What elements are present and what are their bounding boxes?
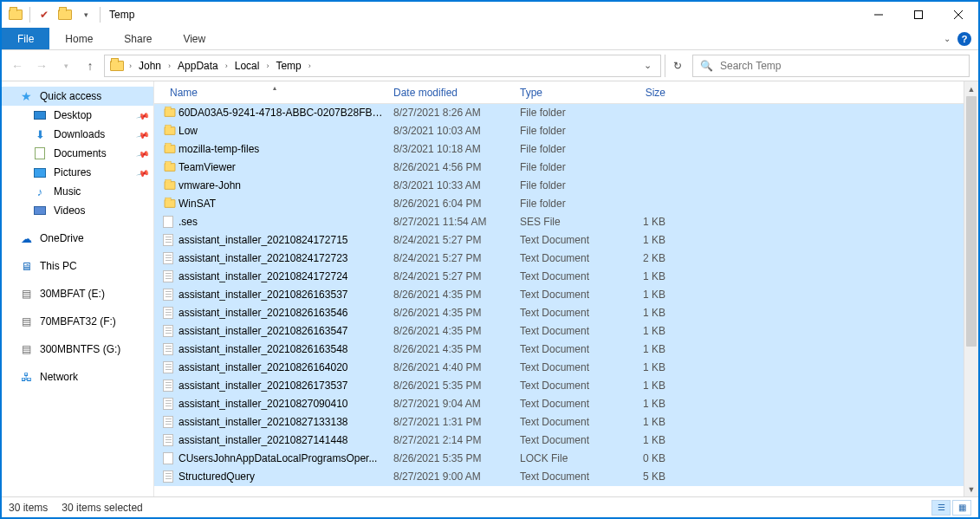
nav-drive-g[interactable]: ▤ 300MBNTFS (G:) [2,340,153,359]
details-view-button[interactable]: ☰ [931,500,951,516]
crumb-sep-icon[interactable]: › [127,62,133,70]
refresh-button[interactable]: ↻ [665,55,689,77]
folder-icon [163,198,178,209]
qat-properties-icon[interactable]: ✔ [36,6,53,23]
file-row[interactable]: assistant_installer_202108261635378/26/2… [154,286,964,304]
file-row[interactable]: assistant_installer_202108261735378/26/2… [154,377,964,395]
maximize-button[interactable] [899,2,938,28]
forward-button[interactable]: → [31,55,52,76]
title-bar: ✔ ▾ Temp [2,2,978,28]
scroll-up-icon[interactable]: ▲ [964,81,978,96]
vertical-scrollbar[interactable]: ▲ ▼ [964,81,978,496]
nav-documents[interactable]: Documents 📌 [2,144,153,163]
nav-this-pc[interactable]: 🖥 This PC [2,256,153,276]
nav-network[interactable]: 🖧 Network [2,367,153,386]
file-size: 1 KB [619,361,672,373]
scroll-track[interactable] [964,96,978,482]
file-row[interactable]: vmware-John8/3/2021 10:33 AMFile folder [154,177,964,195]
address-bar[interactable]: › John › AppData › Local › Temp › ⌄ [104,55,661,77]
crumb-john[interactable]: John [133,55,166,76]
nav-desktop[interactable]: Desktop 📌 [2,106,153,125]
nav-quick-access[interactable]: ★ Quick access [2,87,153,106]
nav-videos[interactable]: Videos [2,201,153,220]
text-file-icon [163,289,178,301]
file-date: 8/26/2021 5:35 PM [386,452,513,464]
column-size[interactable]: Size [619,87,672,99]
file-row[interactable]: assistant_installer_202108271414488/27/2… [154,431,964,450]
file-date: 8/26/2021 4:35 PM [386,289,513,301]
expand-ribbon-icon[interactable]: ⌄ [944,34,951,43]
nav-downloads[interactable]: ⬇ Downloads 📌 [2,125,153,144]
minimize-button[interactable] [859,2,899,28]
file-row[interactable]: TeamViewer8/26/2021 4:56 PMFile folder [154,159,964,177]
file-row[interactable]: StructuredQuery8/27/2021 9:00 AMText Doc… [154,468,964,486]
share-tab[interactable]: Share [108,28,167,49]
file-name: assistant_installer_20210824172723 [178,252,386,264]
large-icons-view-button[interactable]: ▦ [952,500,971,516]
file-row[interactable]: assistant_installer_202108261635488/26/2… [154,341,964,359]
file-row[interactable]: 60DA03A5-9241-4718-ABBC-0207B28FBF568/27… [154,104,964,122]
recent-locations-button[interactable]: ▾ [55,55,76,76]
help-icon[interactable]: ? [957,32,971,46]
file-type: File folder [513,198,619,210]
file-list[interactable]: 60DA03A5-9241-4718-ABBC-0207B28FBF568/27… [154,104,964,496]
file-type: Text Document [513,307,619,319]
column-date[interactable]: Date modified [386,87,513,99]
file-size: 1 KB [619,416,672,428]
file-name: assistant_installer_20210827133138 [178,416,386,428]
qat-dropdown-icon[interactable]: ▾ [77,6,94,23]
nav-music[interactable]: ♪ Music [2,182,153,201]
file-name: assistant_installer_20210826163548 [178,343,386,355]
file-name: assistant_installer_20210824172724 [178,270,386,282]
file-row[interactable]: assistant_installer_202108241727158/24/2… [154,231,964,250]
crumb-local[interactable]: Local [230,55,265,76]
file-type: LOCK File [513,452,619,464]
home-tab[interactable]: Home [49,28,108,49]
file-row[interactable]: assistant_installer_202108271331388/27/2… [154,413,964,431]
file-row[interactable]: WinSAT8/26/2021 6:04 PMFile folder [154,195,964,213]
sort-asc-icon: ▴ [273,84,276,92]
nav-label: 30MBFAT (E:) [40,288,105,300]
crumb-sep-icon[interactable]: › [224,62,230,70]
search-input[interactable] [718,59,962,73]
address-dropdown-icon[interactable]: ⌄ [639,60,657,71]
file-type: Text Document [513,380,619,392]
file-row[interactable]: .ses8/27/2021 11:54 AMSES File1 KB [154,213,964,231]
close-button[interactable] [938,2,978,28]
nav-pictures[interactable]: Pictures 📌 [2,163,153,182]
crumb-sep-icon[interactable]: › [307,62,313,70]
view-tab[interactable]: View [167,28,221,49]
scroll-thumb[interactable] [966,96,977,347]
nav-onedrive[interactable]: ☁ OneDrive [2,229,153,248]
file-row[interactable]: assistant_installer_202108241727248/24/2… [154,268,964,286]
qat-separator [29,7,30,23]
pictures-icon [33,165,47,179]
file-size: 1 KB [619,380,672,392]
nav-drive-f[interactable]: ▤ 70MBFAT32 (F:) [2,312,153,331]
search-box[interactable]: 🔍 [692,55,970,77]
column-type[interactable]: Type [513,87,619,99]
file-row[interactable]: CUsersJohnAppDataLocalProgramsOper...8/2… [154,450,964,468]
file-row[interactable]: assistant_installer_202108270904108/27/2… [154,395,964,413]
qat-newfolder-icon[interactable] [56,6,74,23]
file-row[interactable]: Low8/3/2021 10:03 AMFile folder [154,122,964,140]
crumb-sep-icon[interactable]: › [166,62,172,70]
body-area: ★ Quick access Desktop 📌 ⬇ Downloads 📌 D… [2,81,978,496]
scroll-down-icon[interactable]: ▼ [964,482,978,496]
file-row[interactable]: assistant_installer_202108241727238/24/2… [154,250,964,268]
crumb-appdata[interactable]: AppData [172,55,224,76]
this-pc-icon: 🖥 [19,259,33,273]
crumb-sep-icon[interactable]: › [264,62,270,70]
file-row[interactable]: assistant_installer_202108261635468/26/2… [154,304,964,322]
file-row[interactable]: mozilla-temp-files8/3/2021 10:18 AMFile … [154,140,964,159]
back-button[interactable]: ← [7,55,28,76]
file-type: File folder [513,179,619,191]
file-tab[interactable]: File [2,28,49,49]
crumb-temp[interactable]: Temp [270,55,306,76]
nav-drive-e[interactable]: ▤ 30MBFAT (E:) [2,284,153,303]
up-button[interactable]: ↑ [80,55,101,76]
file-row[interactable]: assistant_installer_202108261640208/26/2… [154,359,964,377]
column-name[interactable]: ▴ Name [163,87,386,99]
file-row[interactable]: assistant_installer_202108261635478/26/2… [154,322,964,341]
file-date: 8/27/2021 9:00 AM [386,470,513,483]
